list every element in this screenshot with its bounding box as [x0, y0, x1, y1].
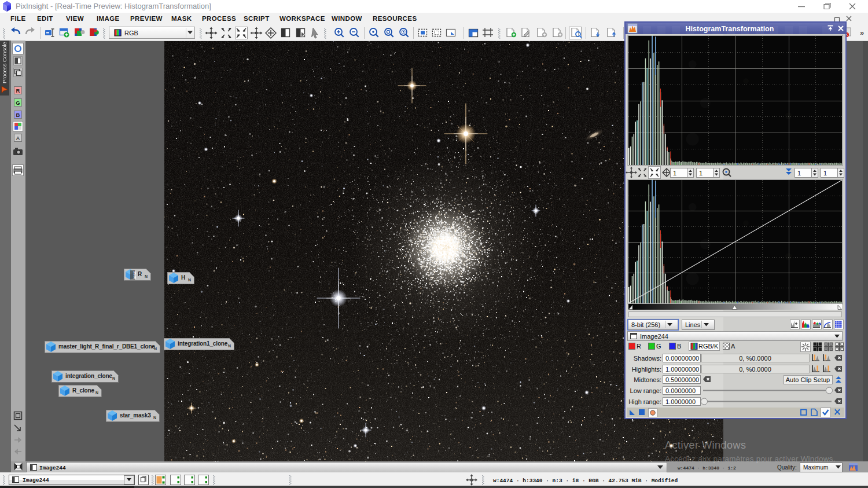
- svg-text:0.00000000: 0.00000000: [665, 355, 699, 362]
- svg-text:RGB: RGB: [124, 30, 138, 36]
- svg-text:0.0000000: 0.0000000: [665, 387, 696, 394]
- svg-text:Lines: Lines: [685, 321, 701, 328]
- svg-text:Midtones:: Midtones:: [634, 376, 661, 383]
- svg-text:0.50000000: 0.50000000: [665, 376, 699, 383]
- svg-text:XISF: XISF: [133, 271, 136, 279]
- svg-text:1: 1: [673, 170, 676, 177]
- svg-text:8-bit (256): 8-bit (256): [631, 321, 660, 328]
- svg-text:1: 1: [823, 170, 827, 177]
- svg-text:R: R: [637, 343, 641, 350]
- svg-text:Low range:: Low range:: [630, 387, 661, 394]
- svg-text:B: B: [677, 343, 681, 350]
- svg-text:G: G: [656, 343, 661, 350]
- svg-text:Image244: Image244: [640, 333, 668, 340]
- svg-text:A: A: [731, 343, 735, 350]
- svg-text:High range:: High range:: [628, 398, 661, 405]
- svg-text:R: R: [16, 87, 20, 94]
- svg-text:1.00000000: 1.00000000: [665, 366, 699, 373]
- svg-text:Shadows:: Shadows:: [634, 355, 661, 362]
- svg-text:1: 1: [699, 170, 703, 177]
- svg-text:0, %0.0000: 0, %0.0000: [739, 355, 771, 362]
- svg-text:1.0000000: 1.0000000: [665, 398, 696, 405]
- svg-text:Image244: Image244: [23, 477, 49, 483]
- svg-text:B: B: [16, 112, 20, 118]
- svg-text:»: »: [860, 28, 864, 37]
- svg-text:w:4474 · h:3340 · n:3 · i8 · R: w:4474 · h:3340 · n:3 · i8 · RGB · 42.75…: [493, 478, 678, 484]
- svg-text:G: G: [16, 100, 20, 106]
- svg-text:Auto Clip Setup: Auto Clip Setup: [786, 376, 830, 383]
- svg-text:0, %0.0000: 0, %0.0000: [739, 366, 771, 373]
- svg-text:RGB/K: RGB/K: [698, 343, 719, 350]
- svg-text:A: A: [16, 135, 20, 141]
- svg-text:Highlights:: Highlights:: [632, 366, 661, 373]
- svg-text:1: 1: [797, 170, 801, 177]
